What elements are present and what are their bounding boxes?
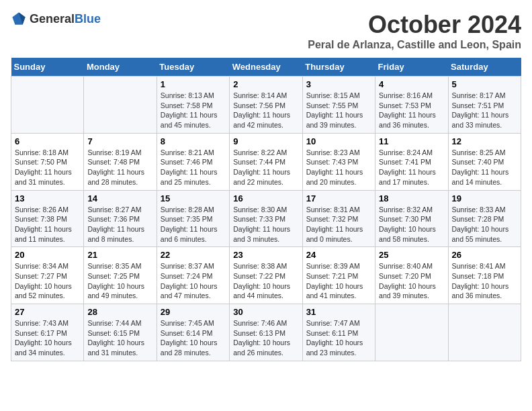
calendar-cell (375, 304, 448, 361)
logo-text-blue: Blue (75, 12, 101, 26)
day-number: 2 (233, 79, 298, 89)
day-info: Sunrise: 8:22 AMSunset: 7:44 PMDaylight:… (233, 148, 290, 186)
calendar-cell: 22Sunrise: 8:37 AMSunset: 7:24 PMDayligh… (157, 247, 229, 304)
calendar-cell: 12Sunrise: 8:25 AMSunset: 7:40 PMDayligh… (448, 133, 521, 190)
calendar-cell (11, 77, 84, 134)
day-info: Sunrise: 8:26 AMSunset: 7:38 PMDaylight:… (15, 205, 72, 243)
calendar-cell: 24Sunrise: 8:39 AMSunset: 7:21 PMDayligh… (302, 247, 375, 304)
day-number: 21 (87, 250, 152, 260)
calendar-week-row: 13Sunrise: 8:26 AMSunset: 7:38 PMDayligh… (11, 190, 521, 247)
calendar-week-row: 1Sunrise: 8:13 AMSunset: 7:58 PMDaylight… (11, 77, 521, 134)
calendar-cell: 5Sunrise: 8:17 AMSunset: 7:51 PMDaylight… (448, 77, 521, 134)
day-info: Sunrise: 8:18 AMSunset: 7:50 PMDaylight:… (15, 148, 72, 186)
column-header-friday: Friday (375, 58, 448, 77)
day-info: Sunrise: 8:24 AMSunset: 7:41 PMDaylight:… (379, 148, 436, 186)
day-info: Sunrise: 8:27 AMSunset: 7:36 PMDaylight:… (87, 205, 144, 243)
day-info: Sunrise: 8:37 AMSunset: 7:24 PMDaylight:… (161, 262, 218, 300)
logo-text-general: General (30, 12, 75, 26)
day-info: Sunrise: 7:46 AMSunset: 6:13 PMDaylight:… (233, 319, 290, 357)
day-info: Sunrise: 7:44 AMSunset: 6:15 PMDaylight:… (87, 319, 144, 357)
day-info: Sunrise: 8:16 AMSunset: 7:53 PMDaylight:… (379, 91, 436, 129)
day-number: 25 (379, 250, 444, 260)
day-info: Sunrise: 8:30 AMSunset: 7:33 PMDaylight:… (233, 205, 290, 243)
calendar-cell: 7Sunrise: 8:19 AMSunset: 7:48 PMDaylight… (84, 133, 157, 190)
location-title: Peral de Arlanza, Castille and Leon, Spa… (308, 39, 521, 51)
calendar-cell: 28Sunrise: 7:44 AMSunset: 6:15 PMDayligh… (84, 304, 157, 361)
calendar-cell: 29Sunrise: 7:45 AMSunset: 6:14 PMDayligh… (157, 304, 229, 361)
calendar-cell: 19Sunrise: 8:33 AMSunset: 7:28 PMDayligh… (448, 190, 521, 247)
day-number: 11 (379, 136, 444, 146)
day-info: Sunrise: 8:41 AMSunset: 7:18 PMDaylight:… (452, 262, 509, 300)
day-info: Sunrise: 7:43 AMSunset: 6:17 PMDaylight:… (15, 319, 72, 357)
title-area: October 2024 Peral de Arlanza, Castille … (308, 11, 521, 51)
day-info: Sunrise: 8:38 AMSunset: 7:22 PMDaylight:… (233, 262, 290, 300)
day-info: Sunrise: 8:35 AMSunset: 7:25 PMDaylight:… (87, 262, 144, 300)
day-number: 26 (452, 250, 517, 260)
day-info: Sunrise: 8:23 AMSunset: 7:43 PMDaylight:… (306, 148, 363, 186)
calendar-cell: 11Sunrise: 8:24 AMSunset: 7:41 PMDayligh… (375, 133, 448, 190)
day-info: Sunrise: 8:39 AMSunset: 7:21 PMDaylight:… (306, 262, 363, 300)
day-number: 27 (15, 307, 80, 317)
day-info: Sunrise: 8:15 AMSunset: 7:55 PMDaylight:… (306, 91, 363, 129)
day-info: Sunrise: 8:13 AMSunset: 7:58 PMDaylight:… (161, 91, 218, 129)
day-number: 13 (15, 193, 80, 203)
column-header-tuesday: Tuesday (157, 58, 229, 77)
day-number: 23 (233, 250, 298, 260)
calendar-cell: 9Sunrise: 8:22 AMSunset: 7:44 PMDaylight… (230, 133, 302, 190)
day-info: Sunrise: 8:25 AMSunset: 7:40 PMDaylight:… (452, 148, 509, 186)
calendar-cell: 21Sunrise: 8:35 AMSunset: 7:25 PMDayligh… (84, 247, 157, 304)
day-number: 6 (15, 136, 80, 146)
day-info: Sunrise: 8:40 AMSunset: 7:20 PMDaylight:… (379, 262, 436, 300)
day-info: Sunrise: 8:34 AMSunset: 7:27 PMDaylight:… (15, 262, 72, 300)
day-number: 18 (379, 193, 444, 203)
calendar-cell: 26Sunrise: 8:41 AMSunset: 7:18 PMDayligh… (448, 247, 521, 304)
calendar-cell: 23Sunrise: 8:38 AMSunset: 7:22 PMDayligh… (230, 247, 302, 304)
calendar-cell: 25Sunrise: 8:40 AMSunset: 7:20 PMDayligh… (375, 247, 448, 304)
calendar-cell: 13Sunrise: 8:26 AMSunset: 7:38 PMDayligh… (11, 190, 84, 247)
column-header-wednesday: Wednesday (230, 58, 302, 77)
calendar-cell: 6Sunrise: 8:18 AMSunset: 7:50 PMDaylight… (11, 133, 84, 190)
day-number: 5 (452, 79, 517, 89)
calendar-cell: 1Sunrise: 8:13 AMSunset: 7:58 PMDaylight… (157, 77, 229, 134)
day-number: 7 (87, 136, 152, 146)
day-info: Sunrise: 8:32 AMSunset: 7:30 PMDaylight:… (379, 205, 436, 243)
column-header-sunday: Sunday (11, 58, 84, 77)
day-number: 28 (87, 307, 152, 317)
day-number: 20 (15, 250, 80, 260)
column-header-saturday: Saturday (448, 58, 521, 77)
day-number: 17 (306, 193, 371, 203)
calendar-cell (84, 77, 157, 134)
day-number: 29 (161, 307, 226, 317)
calendar-header-row: SundayMondayTuesdayWednesdayThursdayFrid… (11, 58, 521, 77)
day-number: 14 (87, 193, 152, 203)
calendar-week-row: 27Sunrise: 7:43 AMSunset: 6:17 PMDayligh… (11, 304, 521, 361)
logo: GeneralBlue (11, 11, 101, 27)
day-number: 1 (161, 79, 226, 89)
day-info: Sunrise: 8:19 AMSunset: 7:48 PMDaylight:… (87, 148, 144, 186)
day-info: Sunrise: 8:14 AMSunset: 7:56 PMDaylight:… (233, 91, 290, 129)
header: GeneralBlue October 2024 Peral de Arlanz… (11, 11, 521, 51)
month-title: October 2024 (308, 11, 521, 39)
calendar-cell: 16Sunrise: 8:30 AMSunset: 7:33 PMDayligh… (230, 190, 302, 247)
day-number: 9 (233, 136, 298, 146)
day-number: 12 (452, 136, 517, 146)
calendar-cell: 30Sunrise: 7:46 AMSunset: 6:13 PMDayligh… (230, 304, 302, 361)
calendar-cell: 20Sunrise: 8:34 AMSunset: 7:27 PMDayligh… (11, 247, 84, 304)
calendar-cell: 18Sunrise: 8:32 AMSunset: 7:30 PMDayligh… (375, 190, 448, 247)
calendar-cell: 2Sunrise: 8:14 AMSunset: 7:56 PMDaylight… (230, 77, 302, 134)
calendar-table: SundayMondayTuesdayWednesdayThursdayFrid… (11, 58, 521, 361)
calendar-cell: 4Sunrise: 8:16 AMSunset: 7:53 PMDaylight… (375, 77, 448, 134)
day-info: Sunrise: 8:21 AMSunset: 7:46 PMDaylight:… (161, 148, 218, 186)
day-number: 4 (379, 79, 444, 89)
calendar-cell: 8Sunrise: 8:21 AMSunset: 7:46 PMDaylight… (157, 133, 229, 190)
calendar-cell: 15Sunrise: 8:28 AMSunset: 7:35 PMDayligh… (157, 190, 229, 247)
day-info: Sunrise: 8:28 AMSunset: 7:35 PMDaylight:… (161, 205, 218, 243)
day-number: 10 (306, 136, 371, 146)
calendar-week-row: 20Sunrise: 8:34 AMSunset: 7:27 PMDayligh… (11, 247, 521, 304)
calendar-cell: 17Sunrise: 8:31 AMSunset: 7:32 PMDayligh… (302, 190, 375, 247)
calendar-week-row: 6Sunrise: 8:18 AMSunset: 7:50 PMDaylight… (11, 133, 521, 190)
calendar-cell: 14Sunrise: 8:27 AMSunset: 7:36 PMDayligh… (84, 190, 157, 247)
day-info: Sunrise: 8:17 AMSunset: 7:51 PMDaylight:… (452, 91, 509, 129)
calendar-cell: 3Sunrise: 8:15 AMSunset: 7:55 PMDaylight… (302, 77, 375, 134)
day-number: 8 (161, 136, 226, 146)
